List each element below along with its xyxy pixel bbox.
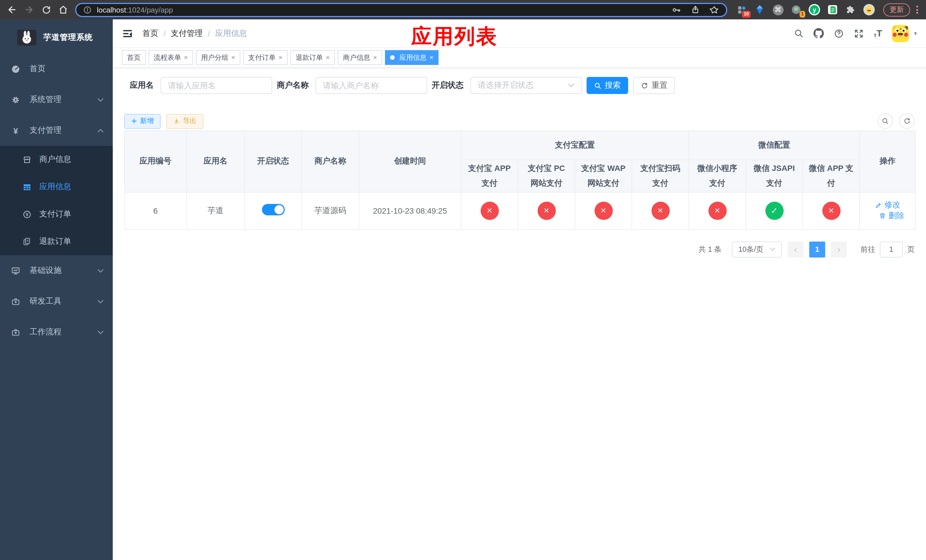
close-icon[interactable]: × — [231, 54, 235, 61]
tab-home[interactable]: 首页 — [122, 50, 146, 65]
col-header-alipay-pc: 支付宝 PC 网站支付 — [518, 160, 575, 192]
home-icon — [58, 5, 68, 15]
breadcrumb-payment[interactable]: 支付管理 — [171, 28, 203, 38]
sidebar-item-merchant-info[interactable]: 商户信息 — [0, 146, 113, 173]
avatar-caret-icon[interactable]: ▾ — [914, 30, 917, 36]
goto-label: 前往 — [861, 244, 875, 255]
sidebar-item-workflow[interactable]: 工作流程 — [0, 317, 113, 348]
extension-yuque-icon[interactable]: y — [809, 4, 820, 15]
browser-forward-button[interactable] — [22, 2, 36, 17]
merchant-name-input[interactable] — [316, 77, 427, 94]
yuan-circle-icon — [22, 209, 32, 219]
extension-command-icon[interactable]: ⌘ — [772, 4, 784, 15]
extensions-puzzle-icon[interactable] — [845, 4, 856, 15]
tab-payment-order[interactable]: 支付订单× — [243, 50, 287, 65]
tab-refund-order[interactable]: 退款订单× — [291, 50, 335, 65]
sidebar-item-label: 支付订单 — [39, 209, 71, 219]
extension-gem-icon[interactable] — [754, 4, 766, 15]
site-info-icon[interactable] — [83, 5, 92, 14]
forward-icon — [24, 5, 34, 15]
wechat-app-status-icon: × — [822, 202, 840, 220]
chevron-down-icon — [568, 83, 575, 88]
font-size-icon[interactable]: тT — [874, 29, 882, 38]
next-page-button[interactable]: › — [831, 242, 847, 257]
storefront-icon — [22, 155, 32, 164]
share-icon[interactable] — [691, 5, 700, 14]
sidebar-item-dev-tools[interactable]: 研发工具 — [0, 286, 113, 317]
github-icon[interactable] — [814, 28, 825, 39]
close-icon[interactable]: × — [373, 54, 377, 61]
tab-user-group[interactable]: 用户分组× — [196, 50, 240, 65]
command-glyph: ⌘ — [775, 6, 781, 14]
breadcrumb-home[interactable]: 首页 — [142, 28, 158, 38]
sidebar-logo[interactable]: 芋道管理系统 — [0, 20, 113, 53]
tab-merchant-info[interactable]: 商户信息× — [338, 50, 382, 65]
extension-badge: 1 — [799, 11, 805, 18]
prev-icon: ‹ — [794, 244, 797, 255]
main-area: 首页 / 支付管理 / 应用信息 тT ▾ 应用列表 首页 流程表单× — [113, 20, 926, 560]
extension-badge: 10 — [742, 11, 750, 18]
status-select[interactable]: 请选择开启状态 — [471, 77, 582, 94]
tab-app-info[interactable]: 应用信息× — [385, 50, 439, 65]
sidebar-collapse-button[interactable] — [122, 28, 133, 39]
browser-reload-button[interactable] — [39, 2, 53, 17]
fullscreen-icon[interactable] — [854, 28, 864, 38]
url-host: localhost — [97, 5, 126, 14]
sidebar-item-refund-order[interactable]: 退款订单 — [0, 228, 113, 255]
refresh-table-button[interactable] — [899, 114, 915, 129]
sidebar-item-home[interactable]: 首页 — [0, 53, 113, 84]
tab-process-form[interactable]: 流程表单× — [149, 50, 193, 65]
extension-grid-icon[interactable]: 10 — [736, 4, 747, 15]
url-text: localhost:1024/pay/app — [97, 5, 173, 14]
browser-update-button[interactable]: 更新 — [883, 3, 910, 16]
sidebar-item-label: 基础设施 — [30, 265, 62, 276]
alipay-pc-status-icon: × — [537, 202, 555, 220]
wechat-jsapi-status-icon: ✓ — [765, 202, 783, 220]
add-button[interactable]: 新增 — [124, 114, 160, 129]
sidebar-item-payment-order[interactable]: 支付订单 — [0, 201, 113, 228]
status-toggle[interactable] — [262, 204, 284, 216]
close-icon[interactable]: × — [326, 54, 330, 61]
sidebar-item-app-info[interactable]: 应用信息 — [0, 173, 113, 201]
goto-page-input[interactable] — [880, 242, 903, 257]
col-header-alipay-qr: 支付宝扫码支付 — [632, 160, 689, 192]
sidebar-item-payment[interactable]: ¥ 支付管理 — [0, 115, 113, 146]
app-name-input[interactable] — [160, 77, 272, 94]
group-header-wechat: 微信配置 — [689, 131, 859, 160]
export-button[interactable]: 导出 — [166, 114, 203, 129]
browser-profile-avatar[interactable] — [863, 4, 875, 15]
sidebar-item-system[interactable]: 系统管理 — [0, 84, 113, 115]
header-search-icon[interactable] — [794, 29, 804, 38]
next-icon: › — [837, 244, 841, 255]
extension-notes-icon[interactable] — [827, 4, 838, 15]
close-icon[interactable]: × — [278, 54, 283, 61]
sidebar-item-label: 应用信息 — [39, 182, 71, 192]
status-select-placeholder: 请选择开启状态 — [478, 80, 534, 91]
help-icon[interactable] — [834, 28, 844, 38]
browser-home-button[interactable] — [56, 2, 71, 17]
chevron-down-icon — [97, 98, 104, 102]
browser-menu-button[interactable] — [912, 3, 921, 16]
chevron-up-icon — [97, 129, 104, 132]
close-icon[interactable]: × — [184, 54, 188, 61]
toggle-search-button[interactable] — [878, 114, 893, 129]
bookmark-star-icon[interactable] — [710, 5, 719, 15]
extension-proxy-icon[interactable]: 1 — [790, 4, 802, 15]
col-header-app-name: 应用名 — [186, 131, 245, 192]
page-size-select[interactable]: 10条/页 — [732, 242, 782, 257]
prev-page-button[interactable]: ‹ — [788, 242, 803, 257]
search-button[interactable]: 搜索 — [587, 77, 628, 94]
user-avatar[interactable] — [892, 25, 909, 42]
tags-view-bar: 首页 流程表单× 用户分组× 支付订单× 退款订单× 商户信息× 应用信息× — [113, 48, 926, 68]
monitor-chart-icon — [10, 266, 21, 275]
edit-link[interactable]: 修改 — [875, 200, 900, 210]
sidebar-item-infrastructure[interactable]: 基础设施 — [0, 255, 113, 286]
pagination: 共 1 条 10条/页 ‹ 1 › 前往 页 — [124, 242, 915, 257]
current-page[interactable]: 1 — [809, 242, 825, 257]
browser-back-button[interactable] — [5, 2, 20, 17]
close-icon[interactable]: × — [430, 54, 433, 61]
password-key-icon[interactable] — [672, 5, 681, 15]
reset-button[interactable]: 重置 — [633, 77, 675, 94]
delete-link[interactable]: 删除 — [879, 211, 904, 221]
address-bar[interactable]: localhost:1024/pay/app — [75, 3, 727, 17]
